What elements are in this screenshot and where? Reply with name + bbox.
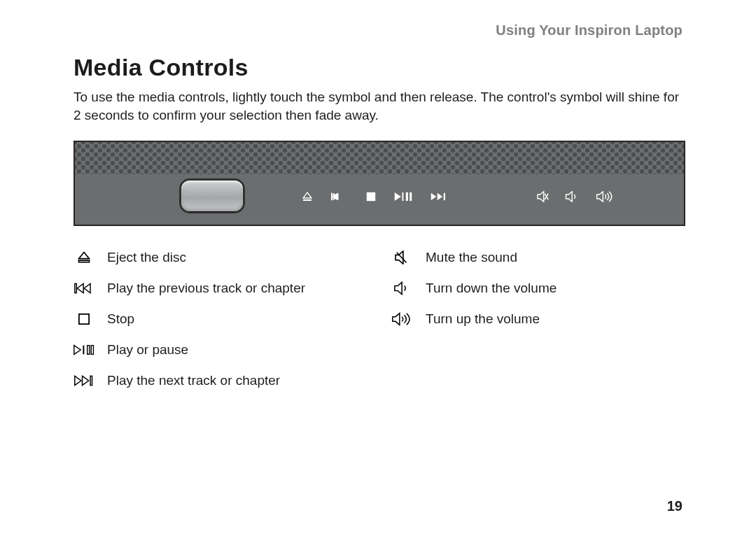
- section-title: Media Controls: [74, 54, 682, 81]
- legend-item: Turn up the volume: [392, 311, 682, 327]
- media-bar-icons-playback: [302, 191, 447, 202]
- volume-down-icon: [565, 191, 580, 202]
- svg-rect-12: [91, 346, 93, 355]
- legend-label: Play the previous track or chapter: [107, 281, 305, 296]
- legend-item: Play or pause: [74, 342, 364, 358]
- eject-icon: [302, 191, 313, 202]
- legend-label: Turn up the volume: [426, 311, 540, 327]
- page-number: 19: [667, 498, 682, 514]
- legend-label: Turn down the volume: [426, 281, 556, 296]
- legend-label: Stop: [107, 311, 134, 327]
- next-track-icon: [74, 375, 94, 386]
- volume-down-icon: [392, 281, 413, 295]
- svg-rect-9: [79, 314, 89, 324]
- svg-rect-6: [444, 193, 445, 201]
- legend-label: Play or pause: [107, 342, 188, 358]
- svg-rect-13: [90, 376, 92, 386]
- running-head: Using Your Inspiron Laptop: [74, 22, 682, 38]
- legend-item: Turn down the volume: [392, 281, 682, 296]
- svg-rect-2: [367, 192, 375, 201]
- next-track-icon: [430, 192, 447, 202]
- legend: Eject the disc Play the previous track o…: [74, 250, 682, 404]
- svg-rect-3: [402, 192, 403, 201]
- stop-icon: [74, 313, 94, 325]
- legend-col-right: Mute the sound Turn down the volume Turn…: [392, 250, 682, 404]
- svg-rect-7: [79, 260, 90, 262]
- legend-item: Mute the sound: [392, 250, 682, 265]
- legend-item: Play the previous track or chapter: [74, 281, 364, 296]
- svg-rect-4: [406, 192, 408, 201]
- legend-label: Mute the sound: [426, 250, 517, 265]
- svg-rect-0: [303, 199, 312, 201]
- power-button: [181, 181, 243, 211]
- legend-label: Play the next track or chapter: [107, 373, 280, 388]
- prev-track-icon: [331, 192, 348, 202]
- mute-icon: [392, 251, 413, 265]
- volume-up-icon: [392, 312, 413, 326]
- svg-rect-10: [83, 346, 84, 355]
- svg-rect-5: [410, 192, 412, 201]
- section-intro: To use the media controls, lightly touch…: [74, 88, 682, 124]
- play-pause-icon: [74, 344, 94, 355]
- stop-icon: [366, 192, 376, 202]
- legend-item: Play the next track or chapter: [74, 373, 364, 388]
- media-bar-icons-volume: [537, 191, 615, 202]
- legend-item: Eject the disc: [74, 250, 364, 265]
- legend-label: Eject the disc: [107, 250, 186, 265]
- mute-icon: [537, 191, 550, 202]
- eject-icon: [74, 251, 94, 265]
- play-pause-icon: [394, 192, 412, 202]
- legend-col-left: Eject the disc Play the previous track o…: [74, 250, 364, 404]
- prev-track-icon: [74, 283, 94, 294]
- legend-item: Stop: [74, 311, 364, 327]
- svg-rect-11: [88, 346, 90, 355]
- speaker-grille-pattern: [75, 142, 684, 174]
- volume-up-icon: [596, 191, 615, 202]
- media-bar-illustration: [74, 141, 685, 226]
